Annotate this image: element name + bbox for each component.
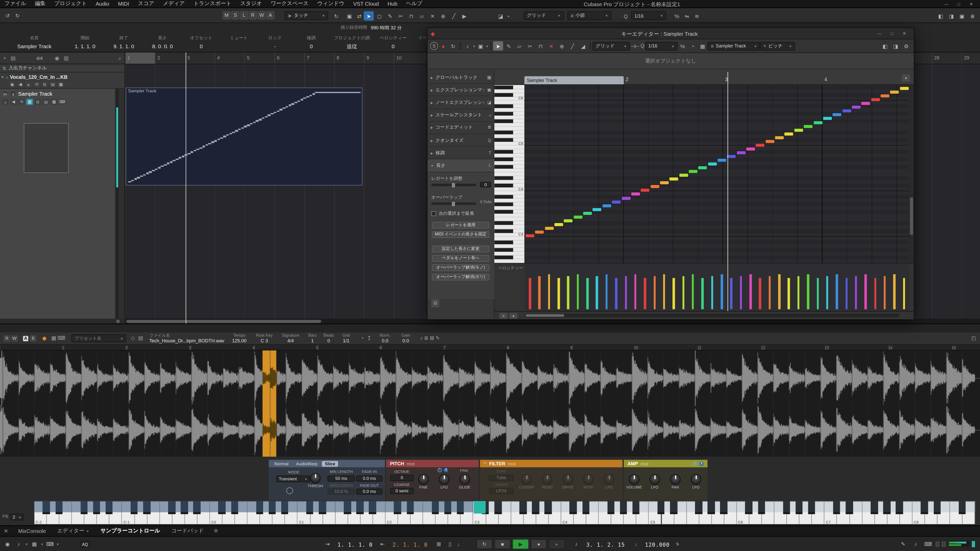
knob-cutoff[interactable] (521, 474, 532, 485)
velocity-bar[interactable] (903, 278, 905, 309)
midi-edit-icon[interactable]: ✎ (898, 539, 908, 548)
track-row-vocals[interactable]: ▸ ♪ Vocals_120_Cm_In ...KB ◉◀e⟲RW▦ (0, 73, 124, 89)
sampler-field-tempo[interactable]: Tempo125.00 (228, 333, 251, 344)
piano-key[interactable] (494, 135, 525, 138)
velocity-bar[interactable] (711, 276, 713, 309)
grid-type-dropdown[interactable]: グリッド▼ (524, 11, 564, 20)
piano-key[interactable] (494, 237, 525, 240)
stop-button[interactable]: ■ (494, 539, 511, 549)
piano-key-black[interactable] (494, 112, 513, 116)
editor-zone-left-icon[interactable]: ◧ (880, 41, 890, 51)
midi-keyboard-icon[interactable]: ⌨ (923, 539, 933, 548)
piano-key-black[interactable] (494, 221, 513, 225)
editor-draw-tool[interactable]: ✎ (504, 41, 514, 51)
knob-pan[interactable] (670, 474, 681, 485)
midi-note[interactable] (554, 223, 563, 226)
record-arm-button[interactable]: ● (2, 99, 9, 105)
note-grid[interactable] (525, 85, 910, 263)
midi-note[interactable] (545, 227, 554, 230)
track-filter-icon[interactable]: ▤ (11, 56, 16, 61)
info-field-8[interactable]: プロジェクトの調追従 (329, 35, 374, 51)
overlap-slider[interactable] (431, 202, 476, 205)
editor-ruler[interactable]: Sampler Track 234 ▼ (494, 69, 914, 85)
secondary-time-display[interactable]: 2. 1. 1. 0 (393, 541, 428, 548)
jog-button[interactable]: ▸ (549, 539, 565, 549)
inspector-section-5[interactable]: ▶クオンタイズQ (428, 134, 494, 147)
midi-note[interactable] (593, 208, 601, 211)
audio-out-icon[interactable]: ♪ (911, 539, 921, 548)
editor-titlebar[interactable]: ◆ キーエディター : Sampler Track — □ ✕ (428, 28, 914, 39)
piano-key[interactable] (494, 244, 525, 248)
transport-config-icon[interactable]: ◉ (3, 539, 13, 548)
edit-icon[interactable]: ▦ (51, 336, 56, 341)
search-icon[interactable]: ⌕ (118, 56, 121, 61)
overlap-value[interactable]: 0 Ticks (480, 200, 492, 204)
editor-split-tool[interactable]: ✂ (525, 41, 535, 51)
velocity-bar[interactable] (558, 278, 560, 309)
piano-key[interactable] (494, 172, 525, 176)
piano-key-black[interactable] (494, 157, 513, 161)
record-in-editor-icon[interactable]: ● (438, 41, 448, 51)
undo-icon[interactable]: ↺ (3, 11, 13, 20)
menu-item[interactable]: VST Cloud (349, 0, 383, 8)
info-field-7[interactable]: 移調0 (293, 35, 329, 49)
sampler-field-value[interactable]: 1 (305, 338, 319, 344)
octave-value[interactable]: 0 (390, 475, 414, 481)
part-edit-icon[interactable]: ▣ (344, 11, 354, 21)
sample-waveform[interactable] (0, 351, 980, 457)
knob-keyf[interactable] (583, 474, 594, 485)
piano-key-black[interactable] (494, 130, 513, 135)
sampler-field-value[interactable]: 4/4 (278, 338, 303, 344)
piano-key[interactable] (494, 108, 525, 112)
editor-zoom-tool[interactable]: ⊕ (557, 41, 567, 51)
velocity-bar[interactable] (874, 278, 877, 309)
audio-activity-icon[interactable]: ♪ (14, 539, 24, 548)
erase-tool[interactable]: ▱ (417, 11, 427, 21)
lock-icon[interactable]: ⊠ (430, 336, 434, 341)
tab-エディター[interactable]: エディター▼ (57, 527, 89, 535)
write-button[interactable]: W (43, 99, 49, 105)
velocity-bar[interactable] (529, 278, 531, 309)
fade-in-value[interactable]: 0.0 ms (356, 475, 383, 481)
inspector-section-1[interactable]: ▶エクスプレッションマップ▣ (428, 84, 494, 97)
midi-note[interactable] (526, 234, 535, 237)
piano-key-black[interactable] (494, 248, 513, 252)
midi-note[interactable] (785, 132, 794, 135)
info-field-9[interactable]: ベロシティー0 (374, 35, 412, 49)
midi-note[interactable] (622, 197, 630, 200)
onscreen-keyboard-icon[interactable]: ⌨ (45, 539, 55, 548)
redo-icon[interactable]: ↻ (13, 11, 22, 20)
editor-h-scrollbar[interactable] (525, 313, 899, 318)
piano-key-black[interactable] (494, 150, 513, 154)
swap-icon[interactable]: ⇄ (355, 11, 364, 21)
mute-tool[interactable]: ✕ (428, 11, 438, 21)
add-lane-icon[interactable]: + (500, 313, 508, 319)
vertical-scrollbar[interactable] (909, 85, 914, 263)
horizontal-scrollbar[interactable] (126, 320, 321, 323)
velocity-bar[interactable] (634, 274, 636, 309)
piano-key[interactable] (494, 214, 525, 218)
editor-playhead[interactable] (728, 72, 728, 311)
midi-note[interactable] (861, 102, 870, 105)
midi-note[interactable] (718, 159, 726, 162)
velocity-bar[interactable] (797, 276, 800, 309)
automation-button-s[interactable]: S (231, 11, 239, 19)
record-arm-button[interactable]: ◉ (9, 81, 16, 87)
info-field-1[interactable]: 開始1. 1. 1. 0 (65, 35, 104, 49)
solo-editor-icon[interactable]: S (430, 42, 438, 50)
midi-note[interactable] (670, 178, 678, 181)
midi-note[interactable] (737, 151, 746, 154)
knob-volume[interactable] (629, 474, 640, 485)
midi-note[interactable] (602, 204, 611, 207)
filter-type-value[interactable]: Tube (489, 475, 514, 481)
midi-note[interactable] (583, 211, 592, 214)
part-tab[interactable]: Sampler Track (525, 76, 624, 84)
piano-key[interactable] (494, 191, 525, 195)
piano-key[interactable] (494, 100, 525, 104)
sampler-field-value[interactable]: 125.00 (228, 338, 251, 344)
lane-select-icon[interactable]: ▼ (509, 313, 517, 319)
piano-key[interactable] (494, 259, 525, 263)
info-field-value[interactable]: - (257, 43, 293, 49)
piano-key[interactable] (494, 252, 525, 256)
midi-note[interactable] (631, 192, 640, 196)
